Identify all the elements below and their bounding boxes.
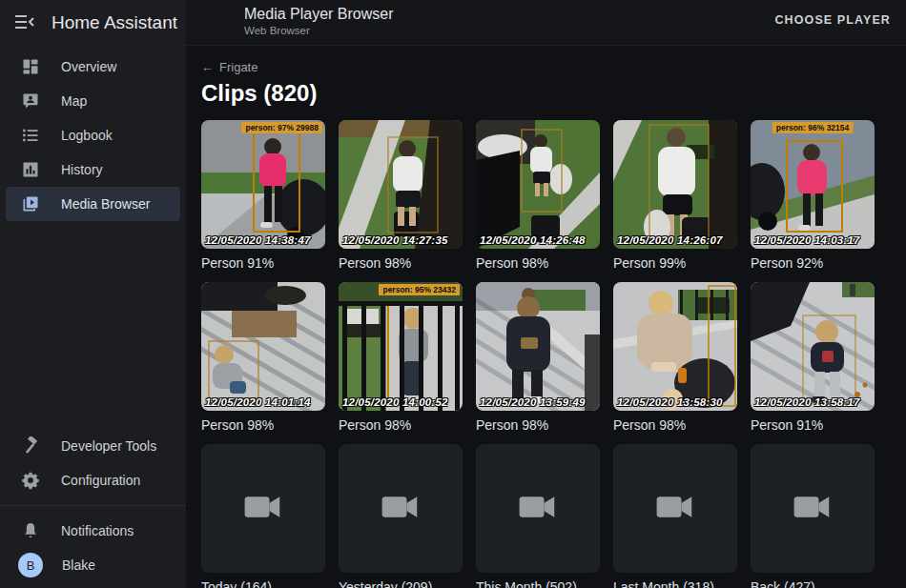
- sidebar-item-label: Configuration: [61, 473, 140, 488]
- gear-icon: [19, 469, 42, 492]
- folder-label: Today (164): [201, 579, 325, 588]
- sidebar-toggle-button[interactable]: [6, 4, 44, 42]
- clip-scene: [201, 120, 325, 249]
- sidebar-item-media-browser[interactable]: Media Browser: [6, 187, 180, 221]
- sidebar-item-label: Media Browser: [61, 196, 150, 212]
- folder-thumbnail: [201, 444, 325, 573]
- sidebar-header: Home Assistant: [0, 0, 186, 46]
- folder-card[interactable]: Back (427): [751, 444, 875, 588]
- clip-thumbnail: person: 97% 29988 12/05/2020 14:38:47: [201, 120, 325, 249]
- sidebar: Overview Map Logbook: [0, 46, 186, 588]
- clip-card[interactable]: 12/05/2020 14:26:48 Person 98%: [476, 120, 600, 271]
- clip-thumbnail: 12/05/2020 13:58:17: [751, 282, 875, 411]
- clip-caption: Person 91%: [751, 417, 875, 433]
- clip-caption: Person 98%: [339, 255, 463, 271]
- play-box-multiple-icon: [19, 193, 42, 215]
- clip-card[interactable]: 12/05/2020 13:58:17 Person 91%: [751, 282, 875, 433]
- clip-scene: [476, 282, 600, 411]
- folder-thumbnail: [751, 444, 875, 573]
- clip-timestamp: 12/05/2020 14:27:35: [342, 234, 461, 246]
- folder-thumbnail: [476, 444, 600, 573]
- sidebar-item-label: Notifications: [61, 523, 134, 538]
- clip-card[interactable]: person: 96% 32154 12/05/2020 14:03:17 Pe…: [751, 120, 875, 271]
- clip-scene: [613, 120, 737, 249]
- clip-card[interactable]: person: 97% 29988 12/05/2020 14:38:47 Pe…: [201, 120, 325, 271]
- user-name: Blake: [62, 558, 95, 573]
- folder-card[interactable]: Today (164): [201, 444, 325, 588]
- sidebar-item-developer-tools[interactable]: Developer Tools: [6, 429, 180, 463]
- clip-caption: Person 91%: [201, 255, 325, 271]
- clip-timestamp: 12/05/2020 14:01:14: [205, 396, 323, 408]
- folder-label: Last Month (318): [613, 579, 737, 588]
- clip-thumbnail: 12/05/2020 14:01:14: [201, 282, 325, 411]
- clip-thumbnail: 12/05/2020 13:58:30: [613, 282, 737, 411]
- map-account-icon: [19, 90, 42, 112]
- clip-card[interactable]: person: 95% 23432 12/05/2020 14:00:52 Pe…: [339, 282, 463, 433]
- clip-thumbnail: 12/05/2020 14:27:35: [339, 120, 463, 249]
- back-arrow-icon: ←: [201, 60, 214, 74]
- detection-label: person: 96% 32154: [772, 122, 854, 133]
- sidebar-item-notifications[interactable]: Notifications: [6, 514, 180, 548]
- sidebar-divider: [0, 505, 186, 506]
- clip-thumbnail: 12/05/2020 14:26:07: [613, 120, 737, 249]
- clip-card[interactable]: 12/05/2020 14:01:14 Person 98%: [201, 282, 325, 433]
- clip-card[interactable]: 12/05/2020 13:58:30 Person 98%: [613, 282, 737, 433]
- choose-player-button[interactable]: CHOOSE PLAYER: [774, 13, 891, 27]
- sidebar-item-label: History: [61, 162, 103, 177]
- video-camera-icon: [793, 494, 832, 524]
- folder-card[interactable]: Last Month (318): [613, 444, 737, 588]
- chart-box-icon: [19, 158, 42, 181]
- clip-card[interactable]: 12/05/2020 14:26:07 Person 99%: [613, 120, 737, 271]
- sidebar-item-map[interactable]: Map: [6, 84, 180, 118]
- clip-caption: Person 99%: [613, 255, 737, 271]
- page-header: Media Player Browser Web Browser: [244, 6, 394, 36]
- media-browser-subtitle: Web Browser: [244, 25, 394, 36]
- clip-timestamp: 12/05/2020 14:26:48: [480, 234, 598, 246]
- app-title: Home Assistant: [51, 12, 177, 33]
- sidebar-item-label: Overview: [61, 59, 116, 74]
- bell-icon: [19, 519, 42, 542]
- breadcrumb-back-frigate[interactable]: ← Frigate: [186, 46, 273, 74]
- view-dashboard-icon: [19, 55, 42, 78]
- sidebar-item-configuration[interactable]: Configuration: [6, 463, 180, 497]
- detection-label: person: 95% 23432: [379, 284, 460, 295]
- sidebar-item-logbook[interactable]: Logbook: [6, 118, 180, 152]
- media-browser-title: Media Player Browser: [244, 6, 394, 23]
- detection-label: person: 97% 29988: [241, 122, 322, 133]
- hammer-icon: [19, 435, 42, 457]
- clip-caption: Person 92%: [751, 255, 875, 271]
- page-title: Clips (820): [186, 74, 906, 107]
- sidebar-item-label: Logbook: [61, 128, 113, 143]
- sidebar-item-label: Developer Tools: [61, 438, 156, 454]
- avatar: B: [18, 553, 43, 578]
- clip-thumbnail: person: 95% 23432 12/05/2020 14:00:52: [339, 282, 463, 411]
- folder-label: This Month (502): [476, 579, 600, 588]
- clip-caption: Person 98%: [476, 255, 600, 271]
- folder-card[interactable]: This Month (502): [476, 444, 600, 588]
- folder-label: Yesterday (209): [339, 579, 463, 588]
- clip-card[interactable]: 12/05/2020 13:59:49 Person 98%: [476, 282, 600, 433]
- clips-grid: person: 97% 29988 12/05/2020 14:38:47 Pe…: [186, 107, 906, 588]
- video-camera-icon: [656, 494, 694, 524]
- sidebar-item-overview[interactable]: Overview: [6, 50, 180, 84]
- sidebar-item-label: Map: [61, 93, 87, 109]
- clip-card[interactable]: 12/05/2020 14:27:35 Person 98%: [339, 120, 463, 271]
- clip-timestamp: 12/05/2020 14:26:07: [617, 234, 735, 246]
- folder-thumbnail: [339, 444, 463, 573]
- sidebar-item-profile[interactable]: B Blake: [6, 548, 180, 582]
- clip-timestamp: 12/05/2020 14:03:17: [754, 234, 873, 246]
- clip-timestamp: 12/05/2020 13:58:17: [754, 396, 873, 408]
- breadcrumb-label: Frigate: [219, 60, 257, 74]
- clip-scene: [339, 282, 463, 411]
- clip-scene: [339, 120, 463, 249]
- media-browser-content: ← Frigate Clips (820) person: 97% 29988: [186, 46, 906, 588]
- clip-timestamp: 12/05/2020 13:58:30: [617, 396, 735, 408]
- clip-scene: [751, 282, 875, 411]
- folder-card[interactable]: Yesterday (209): [339, 444, 463, 588]
- sidebar-item-history[interactable]: History: [6, 152, 180, 187]
- video-camera-icon: [244, 494, 282, 524]
- menu-open-icon: [15, 14, 34, 32]
- app-bar: Home Assistant Media Player Browser Web …: [0, 0, 906, 46]
- sidebar-spacer: [0, 221, 186, 429]
- clip-thumbnail: 12/05/2020 13:59:49: [476, 282, 600, 411]
